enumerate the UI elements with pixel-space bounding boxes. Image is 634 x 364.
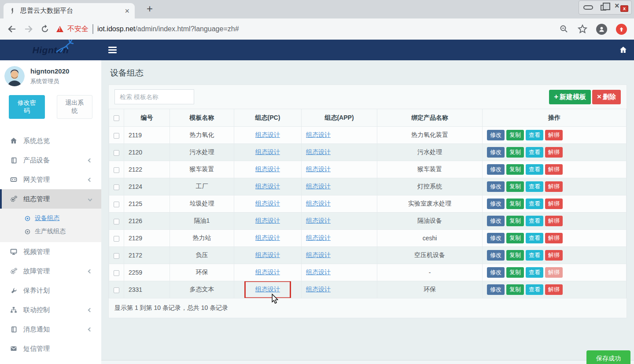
- app-design-link[interactable]: 组态设计: [306, 217, 331, 224]
- app-design-link[interactable]: 组态设计: [306, 183, 331, 190]
- pc-design-link[interactable]: 组态设计: [255, 131, 280, 138]
- view-button[interactable]: 查看: [526, 250, 543, 261]
- app-design-link[interactable]: 组态设计: [306, 251, 331, 258]
- unbind-button[interactable]: 解绑: [545, 147, 563, 158]
- new-tab-button[interactable]: +: [144, 3, 156, 15]
- app-design-link[interactable]: 组态设计: [306, 200, 331, 207]
- back-button[interactable]: [7, 24, 17, 34]
- copy-button[interactable]: 复制: [506, 233, 524, 243]
- row-checkbox[interactable]: [114, 287, 119, 293]
- unbind-button[interactable]: 解绑: [545, 250, 563, 261]
- pc-design-link[interactable]: 组态设计: [255, 251, 280, 258]
- pc-design-link[interactable]: 组态设计: [255, 286, 280, 293]
- unbind-button[interactable]: 解绑: [545, 233, 563, 243]
- browser-tab[interactable]: 思普云大数据平台 ×: [4, 3, 135, 18]
- sidebar-item-device-scada[interactable]: 设备组态: [0, 212, 101, 225]
- window-close-button[interactable]: × x: [614, 2, 627, 13]
- copy-button[interactable]: 复制: [506, 147, 524, 158]
- modify-button[interactable]: 修改: [487, 267, 505, 278]
- modify-button[interactable]: 修改: [487, 164, 505, 175]
- sidebar-item-maintenance-plan[interactable]: 保养计划: [0, 281, 101, 300]
- app-design-link[interactable]: 组态设计: [306, 148, 331, 155]
- sidebar-item-linkage-control[interactable]: 联动控制: [0, 300, 101, 320]
- zoom-out-icon[interactable]: [559, 24, 569, 34]
- sidebar-item-sms-mgmt[interactable]: 短信管理: [0, 339, 101, 358]
- delete-button[interactable]: ×删除: [592, 90, 621, 104]
- row-checkbox[interactable]: [114, 133, 119, 139]
- copy-button[interactable]: 复制: [506, 181, 524, 192]
- row-checkbox[interactable]: [114, 219, 119, 224]
- pc-design-link[interactable]: 组态设计: [255, 148, 280, 155]
- pc-design-link[interactable]: 组态设计: [255, 200, 280, 207]
- address-bar[interactable]: 不安全 iot.idosp.net/admin/index.html?langu…: [56, 24, 552, 34]
- sidebar-item-fault-mgmt[interactable]: 故障管理: [0, 261, 101, 281]
- pc-design-link[interactable]: 组态设计: [255, 217, 280, 224]
- unbind-button[interactable]: 解绑: [545, 199, 563, 209]
- modify-button[interactable]: 修改: [487, 216, 505, 226]
- row-checkbox[interactable]: [114, 150, 119, 156]
- unbind-button[interactable]: 解绑: [545, 284, 563, 295]
- logout-button[interactable]: 退出系统: [57, 95, 93, 119]
- row-checkbox[interactable]: [114, 270, 119, 276]
- select-all-checkbox[interactable]: [114, 115, 119, 121]
- reload-button[interactable]: [41, 25, 49, 33]
- change-password-button[interactable]: 修改密码: [9, 95, 45, 119]
- view-button[interactable]: 查看: [526, 130, 543, 140]
- copy-button[interactable]: 复制: [506, 216, 524, 226]
- pc-design-link[interactable]: 组态设计: [255, 268, 280, 276]
- new-template-button[interactable]: +新建模板: [549, 90, 591, 104]
- app-design-link[interactable]: 组态设计: [306, 234, 331, 241]
- home-icon[interactable]: [619, 46, 627, 54]
- sidebar-item-scada-mgmt[interactable]: 组态管理: [0, 189, 101, 209]
- view-button[interactable]: 查看: [526, 267, 543, 278]
- view-button[interactable]: 查看: [526, 233, 543, 243]
- modify-button[interactable]: 修改: [487, 284, 505, 295]
- browser-update-icon[interactable]: [616, 24, 627, 35]
- app-design-link[interactable]: 组态设计: [306, 268, 331, 276]
- app-design-link[interactable]: 组态设计: [306, 165, 331, 173]
- copy-button[interactable]: 复制: [506, 164, 524, 175]
- app-design-link[interactable]: 组态设计: [306, 131, 331, 138]
- browser-profile-icon[interactable]: [596, 24, 607, 35]
- modify-button[interactable]: 修改: [487, 130, 505, 140]
- tab-close-icon[interactable]: ×: [125, 7, 129, 15]
- sidebar-item-message-notify[interactable]: 消息通知: [0, 320, 101, 339]
- modify-button[interactable]: 修改: [487, 250, 505, 261]
- unbind-button[interactable]: 解绑: [545, 216, 563, 226]
- sidebar-item-video-mgmt[interactable]: 视频管理: [0, 242, 101, 261]
- pc-design-link[interactable]: 组态设计: [255, 234, 280, 241]
- copy-button[interactable]: 复制: [506, 250, 524, 261]
- row-checkbox[interactable]: [114, 253, 119, 259]
- search-input[interactable]: [114, 89, 194, 104]
- modify-button[interactable]: 修改: [487, 199, 505, 209]
- copy-button[interactable]: 复制: [506, 267, 524, 278]
- modify-button[interactable]: 修改: [487, 233, 505, 243]
- row-checkbox[interactable]: [114, 236, 119, 242]
- view-button[interactable]: 查看: [526, 147, 543, 158]
- copy-button[interactable]: 复制: [506, 130, 524, 140]
- sidebar-item-system-overview[interactable]: 系统总览: [0, 131, 101, 151]
- copy-button[interactable]: 复制: [506, 284, 524, 295]
- pc-design-link[interactable]: 组态设计: [255, 165, 280, 173]
- row-checkbox[interactable]: [114, 167, 119, 173]
- unbind-button[interactable]: 解绑: [545, 130, 563, 140]
- window-restore-button[interactable]: [601, 5, 606, 11]
- unbind-button[interactable]: 解绑: [545, 164, 563, 175]
- forward-button[interactable]: [24, 24, 33, 34]
- view-button[interactable]: 查看: [526, 199, 543, 209]
- modify-button[interactable]: 修改: [487, 147, 505, 158]
- row-checkbox[interactable]: [114, 184, 119, 190]
- view-button[interactable]: 查看: [526, 216, 543, 226]
- sidebar-item-product-device[interactable]: 产品设备: [0, 151, 101, 170]
- app-design-link[interactable]: 组态设计: [306, 286, 331, 293]
- hamburger-menu-icon[interactable]: [108, 45, 117, 55]
- bookmark-star-icon[interactable]: [578, 24, 587, 34]
- pc-design-link[interactable]: 组态设计: [255, 183, 280, 190]
- sidebar-item-space-mgmt[interactable]: 空间管理: [0, 358, 101, 364]
- sidebar-item-gateway-mgmt[interactable]: 网关管理: [0, 170, 101, 189]
- modify-button[interactable]: 修改: [487, 181, 505, 192]
- sidebar-item-line-scada[interactable]: 生产线组态: [0, 225, 101, 238]
- unbind-button[interactable]: 解绑: [545, 181, 563, 192]
- row-checkbox[interactable]: [114, 202, 119, 207]
- view-button[interactable]: 查看: [526, 284, 543, 295]
